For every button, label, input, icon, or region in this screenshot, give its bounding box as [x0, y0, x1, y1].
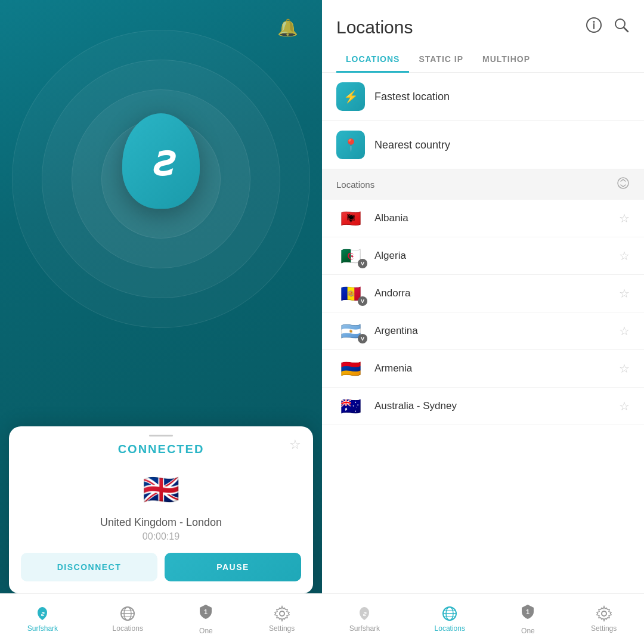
- country-algeria[interactable]: 🇩🇿 V Algeria ☆: [322, 237, 644, 275]
- country-name-andorra: Andorra: [374, 287, 619, 299]
- country-flag: 🇬🇧: [143, 473, 179, 506]
- right-panel-header: Locations: [322, 0, 644, 38]
- sort-icon[interactable]: [617, 177, 630, 193]
- svg-text:ƨ: ƨ: [41, 610, 45, 617]
- virtual-badge-algeria: V: [358, 259, 367, 268]
- panel-title: Locations: [336, 17, 413, 38]
- country-name-argentina: Argentina: [374, 325, 619, 337]
- bottom-nav-right: ƨ Surfshark Locations 1 One: [322, 593, 644, 644]
- nearest-country-item[interactable]: 📍 Nearest country: [322, 121, 644, 169]
- disconnect-button[interactable]: DISCONNECT: [21, 553, 157, 581]
- settings-nav-icon-left: [274, 605, 290, 622]
- favorite-star-icon[interactable]: ☆: [289, 437, 301, 453]
- location-list[interactable]: ⚡ Fastest location 📍 Nearest country Loc…: [322, 73, 644, 593]
- svg-line-12: [624, 27, 628, 32]
- surfshark-s-letter: ƨ: [150, 137, 172, 185]
- nearest-country-icon: 📍: [336, 131, 365, 159]
- svg-text:1: 1: [204, 608, 208, 615]
- nav-item-locations-right[interactable]: Locations: [435, 605, 465, 633]
- nav-item-surfshark-right[interactable]: ƨ Surfshark: [349, 605, 380, 633]
- nearest-country-label: Nearest country: [374, 139, 450, 151]
- tab-locations[interactable]: LOCATIONS: [336, 47, 409, 73]
- flag-albania: 🇦🇱: [336, 208, 365, 228]
- nav-item-settings-left[interactable]: Settings: [269, 605, 295, 633]
- left-panel: 🔔 ƨ CONNECTED ☆ 🇬🇧 United Kingdom - Lond…: [0, 0, 322, 644]
- settings-nav-icon-right: [596, 605, 612, 622]
- connected-card: CONNECTED ☆ 🇬🇧 United Kingdom - London 0…: [9, 426, 313, 593]
- nav-label-settings-left: Settings: [269, 624, 295, 633]
- favorite-argentina[interactable]: ☆: [619, 324, 630, 338]
- search-icon[interactable]: [613, 17, 630, 38]
- favorite-albania[interactable]: ☆: [619, 211, 630, 225]
- surfshark-nav-icon-right: ƨ: [356, 605, 373, 622]
- flag-algeria: 🇩🇿 V: [336, 246, 365, 266]
- nav-label-one-right: One: [521, 627, 535, 635]
- section-title: Locations: [336, 179, 374, 190]
- flag-area: 🇬🇧: [9, 463, 313, 512]
- connection-timer: 00:00:19: [9, 531, 313, 542]
- pause-button[interactable]: PAUSE: [165, 553, 301, 581]
- favorite-armenia[interactable]: ☆: [619, 361, 630, 376]
- country-argentina[interactable]: 🇦🇷 V Argentina ☆: [322, 312, 644, 350]
- favorite-andorra[interactable]: ☆: [619, 286, 630, 301]
- surfshark-shield-logo: ƨ: [122, 113, 200, 209]
- action-buttons: DISCONNECT PAUSE: [9, 542, 313, 581]
- nav-label-locations-left: Locations: [113, 624, 143, 633]
- logo-container: ƨ: [122, 113, 200, 209]
- bottom-nav-left: ƨ Surfshark Locations 1 One: [0, 593, 322, 644]
- virtual-badge-argentina: V: [358, 334, 367, 343]
- globe-nav-icon-right: [441, 605, 458, 622]
- nav-item-one-right[interactable]: 1 One: [519, 603, 536, 635]
- header-icons: [586, 17, 630, 38]
- flag-australia: 🇦🇺: [336, 396, 365, 416]
- flag-armenia: 🇦🇲: [336, 358, 365, 379]
- favorite-algeria[interactable]: ☆: [619, 249, 630, 263]
- country-name-australia: Australia - Sydney: [374, 400, 619, 412]
- info-icon[interactable]: [586, 17, 602, 38]
- fastest-location-label: Fastest location: [374, 91, 450, 103]
- country-name-albania: Albania: [374, 212, 619, 224]
- connected-header: CONNECTED ☆: [9, 426, 313, 463]
- favorite-australia[interactable]: ☆: [619, 399, 630, 413]
- nav-label-surfshark-right: Surfshark: [349, 624, 380, 633]
- country-name-algeria: Algeria: [374, 250, 619, 262]
- globe-nav-icon-left: [119, 605, 136, 622]
- nav-label-settings-right: Settings: [591, 624, 617, 633]
- country-australia-sydney[interactable]: 🇦🇺 Australia - Sydney ☆: [322, 388, 644, 425]
- country-albania[interactable]: 🇦🇱 Albania ☆: [322, 200, 644, 237]
- fastest-location-icon: ⚡: [336, 82, 365, 111]
- shield-one-icon-right: 1: [519, 603, 536, 624]
- country-andorra[interactable]: 🇦🇩 V Andorra ☆: [322, 275, 644, 312]
- svg-point-21: [602, 611, 606, 616]
- nav-label-locations-right: Locations: [435, 624, 465, 633]
- country-armenia[interactable]: 🇦🇲 Armenia ☆: [322, 350, 644, 388]
- svg-text:ƨ: ƨ: [363, 610, 367, 617]
- nav-item-surfshark-left[interactable]: ƨ Surfshark: [27, 605, 58, 633]
- nav-label-one-left: One: [199, 627, 213, 635]
- location-name: United Kingdom - London: [9, 516, 313, 529]
- virtual-badge-andorra: V: [358, 296, 367, 306]
- svg-point-7: [280, 611, 284, 616]
- country-name-armenia: Armenia: [374, 363, 619, 374]
- locations-section-header: Locations: [322, 169, 644, 200]
- svg-point-10: [593, 21, 595, 23]
- flag-andorra: 🇦🇩 V: [336, 283, 365, 304]
- nav-item-one-left[interactable]: 1 One: [197, 603, 214, 635]
- fastest-location-item[interactable]: ⚡ Fastest location: [322, 73, 644, 121]
- svg-text:1: 1: [526, 608, 530, 615]
- connected-status-text: CONNECTED: [118, 442, 205, 456]
- tab-multihop[interactable]: MULTIHOP: [473, 47, 540, 73]
- tab-static-ip[interactable]: STATIC IP: [409, 47, 473, 73]
- surfshark-nav-icon: ƨ: [34, 605, 51, 622]
- tabs-container: LOCATIONS STATIC IP MULTIHOP: [322, 47, 644, 73]
- chevron-up-icon[interactable]: [149, 435, 173, 436]
- nav-label-surfshark-left: Surfshark: [27, 624, 58, 633]
- nav-item-settings-right[interactable]: Settings: [591, 605, 617, 633]
- nav-item-locations-left[interactable]: Locations: [113, 605, 143, 633]
- right-panel: Locations LOCATIONS STATIC IP MULTIHOP: [322, 0, 644, 644]
- flag-argentina: 🇦🇷 V: [336, 321, 365, 341]
- shield-one-icon-left: 1: [197, 603, 214, 624]
